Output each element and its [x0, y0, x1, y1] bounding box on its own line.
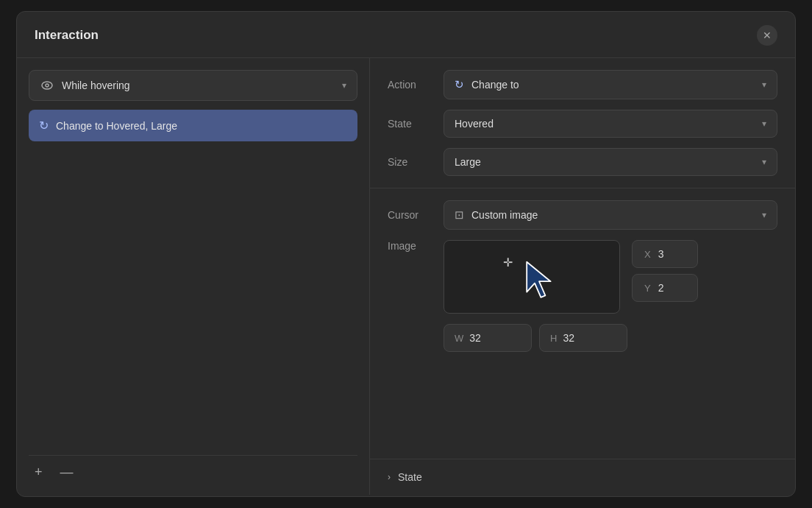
left-footer: + —: [29, 455, 357, 483]
refresh-icon: ↻: [39, 119, 49, 133]
action-row: Action ↻ Change to ▾: [388, 70, 777, 99]
coord-x-value: 3: [658, 248, 664, 260]
image-preview[interactable]: ✛: [444, 240, 620, 314]
size-chevron-icon: ▾: [762, 157, 766, 167]
action-select[interactable]: ↻ Change to ▾: [444, 70, 777, 99]
left-panel: While hovering ▾ ↻ Change to Hovered, La…: [17, 58, 370, 495]
action-item-label: Change to Hovered, Large: [56, 120, 177, 132]
state-label: State: [388, 118, 432, 130]
action-refresh-icon: ↻: [455, 78, 464, 91]
trigger-chevron-icon: ▾: [342, 80, 346, 91]
action-label: Action: [388, 79, 432, 91]
coord-x-label: X: [644, 249, 651, 260]
image-label: Image: [388, 240, 432, 252]
coord-y-label: Y: [644, 283, 651, 294]
state-chevron-icon: ▾: [762, 119, 766, 129]
cursor-row: Cursor ⊡ Custom image ▾: [388, 200, 777, 230]
cursor-select[interactable]: ⊡ Custom image ▾: [444, 200, 777, 230]
width-label: W: [455, 333, 463, 344]
size-value: Large: [455, 156, 481, 168]
state-row: State Hovered ▾: [388, 110, 777, 138]
interaction-dialog: Interaction ✕ While hovering ▾ ↻: [16, 11, 796, 497]
cursor-chevron-icon: ▾: [762, 210, 766, 220]
action-value: Change to: [471, 79, 519, 91]
size-label: Size: [388, 156, 432, 168]
coord-x-row[interactable]: X 3: [632, 240, 698, 268]
dialog-title: Interaction: [35, 28, 99, 43]
dialog-header: Interaction ✕: [17, 12, 795, 58]
size-row: Size Large ▾: [388, 148, 777, 176]
width-input[interactable]: W 32: [444, 324, 532, 352]
add-button[interactable]: +: [29, 462, 49, 483]
size-select[interactable]: Large ▾: [444, 148, 777, 176]
width-value: 32: [469, 332, 481, 344]
state-section-chevron-icon: ›: [388, 472, 391, 482]
hover-icon: [40, 78, 54, 93]
action-list: ↻ Change to Hovered, Large: [29, 110, 357, 446]
dialog-body: While hovering ▾ ↻ Change to Hovered, La…: [17, 58, 795, 495]
cursor-section: Cursor ⊡ Custom image ▾ Image ✛: [370, 188, 795, 364]
dimensions-row: W 32 H 32: [444, 324, 777, 352]
state-section-label: State: [398, 471, 422, 483]
image-icon: ⊡: [455, 208, 464, 222]
remove-button[interactable]: —: [54, 462, 79, 483]
close-button[interactable]: ✕: [757, 25, 777, 46]
action-chevron-icon: ▾: [762, 80, 766, 90]
properties-section: Action ↻ Change to ▾ State Hovered ▾: [370, 58, 795, 188]
cursor-preview-svg: [521, 258, 558, 303]
coord-y-value: 2: [658, 282, 664, 294]
state-section[interactable]: › State: [370, 459, 795, 495]
height-label: H: [550, 333, 557, 344]
image-coords: X 3 Y 2: [632, 240, 698, 302]
list-item[interactable]: ↻ Change to Hovered, Large: [29, 110, 357, 141]
crosshair-icon: ✛: [503, 257, 513, 269]
coord-y-row[interactable]: Y 2: [632, 274, 698, 302]
svg-point-0: [42, 82, 52, 89]
svg-point-1: [46, 84, 49, 87]
right-panel: Action ↻ Change to ▾ State Hovered ▾: [370, 58, 795, 495]
cursor-value: Custom image: [471, 209, 538, 221]
trigger-label: While hovering: [62, 80, 130, 91]
height-input[interactable]: H 32: [539, 324, 627, 352]
image-row: Image ✛ X 3: [388, 240, 777, 314]
state-value: Hovered: [455, 118, 494, 130]
cursor-label: Cursor: [388, 209, 432, 221]
trigger-select[interactable]: While hovering ▾: [29, 70, 357, 101]
height-value: 32: [563, 332, 574, 344]
state-select[interactable]: Hovered ▾: [444, 110, 777, 138]
